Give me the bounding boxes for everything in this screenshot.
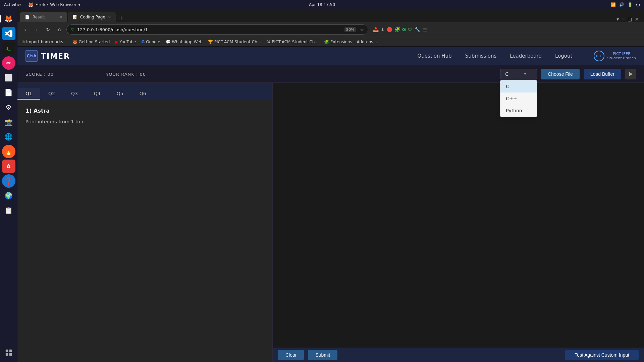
code-editor[interactable] xyxy=(273,83,644,348)
firefox-icon: 🦊 xyxy=(72,40,77,44)
bookmarks-bar: ⊕ Import bookmarks... 🦊 Getting Started … xyxy=(17,37,644,46)
clear-button[interactable]: Clear xyxy=(278,350,304,360)
test-custom-button[interactable]: Test Against Custom Input xyxy=(565,350,639,360)
dock-firefox[interactable]: 🦊 xyxy=(2,12,15,25)
dock-clipboard[interactable]: 📋 xyxy=(2,204,15,217)
shield-icon[interactable]: 🛡 xyxy=(408,27,413,32)
nav-submissions[interactable]: Submissions xyxy=(465,53,497,59)
extension2-icon[interactable]: 🔧 xyxy=(415,27,420,32)
tab-q3[interactable]: Q3 xyxy=(63,88,86,100)
google-label: Google xyxy=(146,40,160,44)
dock-help[interactable]: ❓ xyxy=(2,174,15,188)
tab-result[interactable]: 📄 Result ✕ xyxy=(20,12,67,22)
address-bar-row: ‹ › ↻ ⌂ 🛡 127.0.0.1:8000/clash/question/… xyxy=(17,22,644,37)
extension-red[interactable]: 🔴 xyxy=(387,27,392,32)
power-icon[interactable]: ⏻ xyxy=(636,2,640,7)
youtube-icon: ▶ xyxy=(115,40,118,44)
app-nav-links: Question Hub Submissions Leaderboard Log… xyxy=(417,51,636,61)
dock-vscode[interactable] xyxy=(2,27,15,40)
lang-option-cpp[interactable]: C++ xyxy=(500,93,537,105)
lang-option-python[interactable]: Python xyxy=(500,105,537,117)
rank-label: YOUR RANK : 00 xyxy=(106,72,146,77)
back-button[interactable]: ‹ xyxy=(21,25,30,34)
run-button[interactable] xyxy=(625,69,636,79)
maximize-button[interactable]: □ xyxy=(628,16,632,22)
choose-file-button[interactable]: Choose File xyxy=(541,69,580,79)
bookmark-pict-acm-2[interactable]: 🏛 PICT-ACM-Student-Ch... xyxy=(266,40,319,44)
home-button[interactable]: ⌂ xyxy=(55,25,64,34)
dock-settings[interactable]: ⚙️ xyxy=(2,101,15,114)
app-navbar: C/sh TIMER Question Hub Submissions Lead… xyxy=(17,47,644,65)
menu-button[interactable]: ≡ xyxy=(422,26,427,33)
nav-logout[interactable]: Logout xyxy=(555,53,572,59)
nav-leaderboard[interactable]: Leaderboard xyxy=(510,53,542,59)
question-content: 1) Astra Print integers from 1 to n xyxy=(17,100,272,362)
tab-q6[interactable]: Q6 xyxy=(131,88,154,100)
forward-button[interactable]: › xyxy=(32,25,41,34)
security-icon: 🛡 xyxy=(71,27,74,32)
address-text: 127.0.0.1:8000/clash/question/1 xyxy=(77,27,148,32)
bookmark-whatsapp[interactable]: 💬 WhatsApp Web xyxy=(166,40,203,44)
rank-display: YOUR RANK : 00 xyxy=(106,71,186,77)
tab-add-button[interactable]: + xyxy=(116,13,126,22)
activities-label[interactable]: Activities xyxy=(4,2,22,7)
dock-window[interactable]: ⬜ xyxy=(2,71,15,84)
dock-apps[interactable] xyxy=(2,346,15,359)
bookmark-star[interactable]: ☆ xyxy=(360,27,364,32)
bookmark-import[interactable]: ⊕ Import bookmarks... xyxy=(21,40,67,44)
dock-appstore[interactable]: A xyxy=(2,160,15,173)
dock-terminal[interactable]: $_ xyxy=(2,42,15,55)
browser-name[interactable]: 🦊 Firefox Web Browser ▾ xyxy=(28,2,80,7)
extension-icon[interactable]: 🧩 xyxy=(394,27,400,32)
dock-network[interactable]: 🌐 xyxy=(2,130,15,143)
bookmark-google[interactable]: G Google xyxy=(141,40,160,44)
bookmark-youtube[interactable]: ▶ YouTube xyxy=(115,40,136,44)
question-tabs: Q1 Q2 Q3 Q4 Q5 Q6 xyxy=(17,83,272,100)
dock-paint[interactable]: ✏️ xyxy=(2,56,15,70)
download-icon[interactable]: ⬇ xyxy=(381,27,385,32)
dock-screenshot[interactable]: 📸 xyxy=(2,115,15,129)
dock-files[interactable]: 📄 xyxy=(2,86,15,99)
tab-q2[interactable]: Q2 xyxy=(40,88,63,100)
nav-question-hub[interactable]: Question Hub xyxy=(417,53,451,59)
bookmark-pict-acm-1[interactable]: 🏆 PICT-ACM-Student-Ch... xyxy=(208,40,261,44)
question-panel: Q1 Q2 Q3 Q4 Q5 Q6 1) Astra Print integer… xyxy=(17,83,272,362)
svg-rect-3 xyxy=(9,350,11,352)
controls-row: SCORE : 00 YOUR RANK : 00 C ▾ C C++ xyxy=(17,65,644,83)
svg-text:$_: $_ xyxy=(6,46,11,51)
language-select[interactable]: C ▾ xyxy=(500,69,537,79)
pocket-icon[interactable]: 📥 xyxy=(373,27,379,32)
bookmark-getting-started[interactable]: 🦊 Getting Started xyxy=(72,40,110,44)
tab-q5[interactable]: Q5 xyxy=(109,88,131,100)
dock-globe[interactable]: 🌍 xyxy=(2,189,15,202)
editor-panel: Clear Submit Test Against Custom Input xyxy=(273,83,644,362)
editor-controls: C ▾ C C++ Python Choose File Load Buffer xyxy=(500,69,636,79)
language-dropdown-menu: C C++ Python xyxy=(500,80,537,117)
submit-button[interactable]: Submit xyxy=(308,350,337,360)
bookmark-extensions[interactable]: 🧩 Extensions – Add-ons ... xyxy=(324,40,378,44)
load-buffer-button[interactable]: Load Buffer xyxy=(584,69,621,79)
tab-list-button[interactable]: ▾ xyxy=(616,16,619,22)
app-brand: IEEE PICT IEEEStudent Branch xyxy=(594,51,636,61)
pict-icon-2: 🏛 xyxy=(266,40,270,44)
close-window-button[interactable]: ✕ xyxy=(635,16,639,22)
lang-option-c[interactable]: C xyxy=(500,80,537,93)
address-actions: 📥 ⬇ 🔴 🧩 G 🛡 🔧 ≡ xyxy=(373,26,427,33)
tab-result-favicon: 📄 xyxy=(25,15,30,19)
dock-ring[interactable]: 🔥 xyxy=(2,145,15,158)
tab-bar: 📄 Result ✕ 📝 Coding Page ✕ + ▾ ─ □ ✕ xyxy=(17,9,644,22)
minimize-button[interactable]: ─ xyxy=(622,16,625,22)
tab-coding[interactable]: 📝 Coding Page ✕ xyxy=(68,12,116,22)
datetime: Apr 18 17:50 xyxy=(309,2,335,7)
whatsapp-icon: 💬 xyxy=(166,40,171,44)
grammarly-icon[interactable]: G xyxy=(402,27,406,32)
browser-chrome: 📄 Result ✕ 📝 Coding Page ✕ + ▾ ─ □ ✕ ‹ ›… xyxy=(17,9,644,47)
main-content: SCORE : 00 YOUR RANK : 00 C ▾ C C++ xyxy=(17,65,644,362)
tab-q4[interactable]: Q4 xyxy=(86,88,109,100)
address-bar[interactable]: 🛡 127.0.0.1:8000/clash/question/1 80% ☆ xyxy=(66,24,368,35)
tab-q1[interactable]: Q1 xyxy=(17,88,40,100)
reload-button[interactable]: ↻ xyxy=(44,25,52,34)
svg-rect-5 xyxy=(9,353,11,356)
tab-result-close[interactable]: ✕ xyxy=(59,15,62,19)
tab-coding-close[interactable]: ✕ xyxy=(108,15,111,19)
